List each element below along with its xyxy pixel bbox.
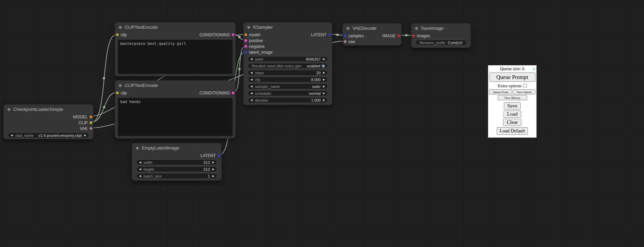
decrement-arrow-icon[interactable]: ◀ <box>139 175 141 178</box>
widget-label: cfg <box>255 78 260 82</box>
settings-gear-icon[interactable]: ✳ <box>532 66 535 72</box>
height-widget[interactable]: ◀ height 512 ▶ <box>136 166 217 172</box>
negative-prompt-textarea[interactable]: bad hands <box>118 98 233 136</box>
input-port-samples[interactable] <box>344 34 347 37</box>
input-port-negative[interactable] <box>244 45 247 48</box>
node-title: VAEDecode <box>352 26 376 31</box>
widget-value: 8.000 <box>311 78 321 82</box>
input-port-model[interactable] <box>244 33 247 36</box>
steps-widget[interactable]: ◀ steps 20 ▶ <box>248 70 328 76</box>
collapse-dot-icon[interactable] <box>119 26 122 29</box>
positive-prompt-textarea[interactable]: masterpiece best quality girl <box>118 40 233 74</box>
increment-arrow-icon[interactable]: ▶ <box>323 58 325 61</box>
prev-arrow-icon[interactable]: ◀ <box>250 85 252 88</box>
widget-value: 512 <box>203 160 210 165</box>
seed-widget[interactable]: ◀ seed 8566257 ▶ <box>248 56 328 62</box>
output-port-clip[interactable] <box>89 121 92 124</box>
output-port-conditioning[interactable] <box>232 33 235 36</box>
input-port-clip[interactable] <box>116 33 119 36</box>
collapse-dot-icon[interactable] <box>136 146 139 150</box>
decrement-arrow-icon[interactable]: ◀ <box>139 161 141 164</box>
menu-header: Queue size: 0 ✳ <box>489 66 535 72</box>
queue-front-button[interactable]: Queue Front <box>489 89 512 94</box>
input-port-vae[interactable] <box>344 40 347 43</box>
output-port-latent[interactable] <box>328 33 331 36</box>
widget-value: 1 <box>208 174 210 178</box>
next-arrow-icon[interactable]: ▶ <box>84 134 86 137</box>
node-title-bar[interactable]: SaveImage <box>411 24 471 33</box>
filename-prefix-widget[interactable]: filename_prefix ComfyUI <box>416 40 467 46</box>
next-arrow-icon[interactable]: ▶ <box>323 92 325 95</box>
toggle-on-dot[interactable] <box>322 64 325 68</box>
collapse-dot-icon[interactable] <box>346 27 350 30</box>
node-title: CheckpointLoaderSimple <box>13 107 63 112</box>
node-ksampler[interactable]: KSampler model LATENT positive negative … <box>243 22 332 105</box>
queue-prompt-button[interactable]: Queue Prompt <box>490 73 535 82</box>
increment-arrow-icon[interactable]: ▶ <box>212 161 214 164</box>
increment-arrow-icon[interactable]: ▶ <box>212 175 214 178</box>
output-port-latent[interactable] <box>218 154 221 157</box>
ckpt-name-combo-widget[interactable]: ◀ ckpt_name v1-5-pruned-emaonly.ckpt ▶ <box>8 132 89 138</box>
collapse-dot-icon[interactable] <box>247 26 250 29</box>
decrement-arrow-icon[interactable]: ◀ <box>250 72 252 74</box>
extra-options-checkbox[interactable] <box>523 84 527 88</box>
input-port-positive[interactable] <box>244 39 247 42</box>
scheduler-widget[interactable]: ◀ scheduler normal ▶ <box>248 90 328 96</box>
decrement-arrow-icon[interactable]: ◀ <box>139 168 141 171</box>
node-title-bar[interactable]: CLIPTextEncode <box>115 23 235 32</box>
input-port-clip[interactable] <box>116 91 119 94</box>
output-port-conditioning[interactable] <box>232 91 235 94</box>
node-title: EmptyLatentImage <box>142 145 179 151</box>
save-button[interactable]: Save <box>504 102 521 109</box>
output-port-model[interactable] <box>89 115 92 118</box>
batch-size-widget[interactable]: ◀ batch_size 1 ▶ <box>136 173 217 179</box>
input-port-latent-image[interactable] <box>244 51 247 54</box>
node-clip-text-encode-negative[interactable]: CLIPTextEncode clip CONDITIONING bad han… <box>115 80 236 139</box>
cfg-widget[interactable]: ◀ cfg 8.000 ▶ <box>248 77 328 82</box>
clear-button[interactable]: Clear <box>503 119 521 126</box>
output-label-vae: VAE <box>80 126 88 131</box>
load-default-button[interactable]: Load Default <box>497 127 528 135</box>
output-port-image[interactable] <box>397 34 400 37</box>
node-empty-latent-image[interactable]: EmptyLatentImage LATENT ◀ width 512 ▶ ◀ … <box>132 143 222 181</box>
increment-arrow-icon[interactable]: ▶ <box>323 99 325 102</box>
input-port-images[interactable] <box>412 34 415 37</box>
increment-arrow-icon[interactable]: ▶ <box>212 168 214 171</box>
node-title-bar[interactable]: KSampler <box>244 23 332 32</box>
node-save-image[interactable]: SaveImage images filename_prefix ComfyUI <box>411 23 471 48</box>
node-title-bar[interactable]: CheckpointLoaderSimple <box>4 105 93 114</box>
random-seed-toggle-widget[interactable]: Random seed after every gen enabled <box>248 63 328 69</box>
collapse-dot-icon[interactable] <box>415 27 418 30</box>
increment-arrow-icon[interactable]: ▶ <box>323 72 325 74</box>
next-arrow-icon[interactable]: ▶ <box>323 85 325 88</box>
node-title-bar[interactable]: VAEDecode <box>343 24 401 33</box>
width-widget[interactable]: ◀ width 512 ▶ <box>136 159 217 165</box>
increment-arrow-icon[interactable]: ▶ <box>323 78 325 81</box>
node-title-bar[interactable]: CLIPTextEncode <box>115 81 235 90</box>
node-graph-canvas[interactable]: CheckpointLoaderSimple MODEL CLIP VAE ◀ … <box>0 0 644 247</box>
view-history-button[interactable]: View History <box>498 95 527 100</box>
prev-arrow-icon[interactable]: ◀ <box>11 134 13 137</box>
collapse-dot-icon[interactable] <box>7 108 11 111</box>
widget-value: 8566257 <box>306 57 321 61</box>
node-clip-text-encode-positive[interactable]: CLIPTextEncode clip CONDITIONING masterp… <box>115 22 236 76</box>
sampler-name-widget[interactable]: ◀ sampler_name euler ▶ <box>248 83 328 89</box>
widget-label: scheduler <box>255 91 271 95</box>
node-title-bar[interactable]: EmptyLatentImage <box>132 143 221 153</box>
node-checkpoint-loader[interactable]: CheckpointLoaderSimple MODEL CLIP VAE ◀ … <box>3 104 94 139</box>
collapse-dot-icon[interactable] <box>119 84 122 87</box>
prev-arrow-icon[interactable]: ◀ <box>250 92 252 95</box>
input-label-samples: samples <box>348 34 364 38</box>
output-row: CLIP <box>4 120 93 126</box>
decrement-arrow-icon[interactable]: ◀ <box>250 99 252 102</box>
load-button[interactable]: Load <box>504 110 521 118</box>
denoise-widget[interactable]: ◀ denoise 1.000 ▶ <box>248 97 328 103</box>
view-queue-button[interactable]: View Queue <box>513 89 536 94</box>
node-vae-decode[interactable]: VAEDecode samples IMAGE vae <box>343 23 401 46</box>
output-port-vae[interactable] <box>89 127 92 130</box>
decrement-arrow-icon[interactable]: ◀ <box>250 78 252 81</box>
output-label-latent: LATENT <box>200 153 216 158</box>
widget-value: normal <box>309 91 321 95</box>
decrement-arrow-icon[interactable]: ◀ <box>250 58 252 61</box>
output-label-conditioning: CONDITIONING <box>199 91 230 95</box>
